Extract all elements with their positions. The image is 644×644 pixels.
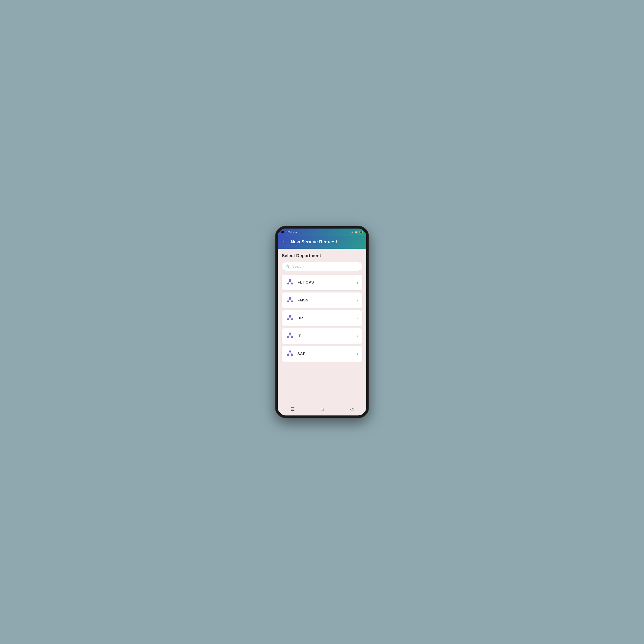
- svg-point-6: [289, 297, 291, 299]
- status-left: 10:59 ▪ ▪ ▪: [281, 231, 297, 234]
- alarm-icon: ⏰: [351, 231, 354, 233]
- chevron-icon: ›: [357, 334, 358, 339]
- svg-point-17: [287, 336, 289, 338]
- svg-point-7: [287, 301, 289, 303]
- status-right: ⏰ 📶 83: [351, 231, 363, 233]
- svg-point-16: [289, 333, 291, 335]
- phone-screen: 10:59 ▪ ▪ ▪ ⏰ 📶 83 ← New Service Request…: [278, 229, 366, 415]
- battery-indicator: 83: [359, 231, 363, 233]
- dept-item-fmss[interactable]: FMSS ›: [282, 292, 362, 308]
- svg-point-11: [289, 315, 291, 317]
- dept-icon-hr: [286, 314, 294, 323]
- page-title: New Service Request: [291, 239, 337, 244]
- svg-line-14: [288, 317, 290, 318]
- chevron-icon: ›: [357, 298, 358, 303]
- main-content: Select Department 🔍 Search: [278, 249, 366, 404]
- svg-line-9: [288, 299, 290, 301]
- dept-icon-flt-ops: [286, 278, 294, 287]
- search-input[interactable]: Search: [292, 265, 358, 269]
- phone-frame: 10:59 ▪ ▪ ▪ ⏰ 📶 83 ← New Service Request…: [275, 226, 369, 418]
- app-header: ← New Service Request: [278, 236, 366, 249]
- bottom-nav: ☰ □ ◁: [278, 404, 366, 415]
- svg-line-20: [290, 335, 292, 336]
- department-list: FLT OPS ›: [282, 275, 362, 362]
- signal-icon: 📶: [355, 231, 358, 233]
- dept-name-it: IT: [297, 334, 301, 338]
- back-nav-icon[interactable]: ◁: [350, 407, 353, 412]
- dept-icon-fmss: [286, 296, 294, 305]
- svg-line-3: [288, 281, 290, 283]
- dept-item-hr[interactable]: HR ›: [282, 310, 362, 326]
- status-bar: 10:59 ▪ ▪ ▪ ⏰ 📶 83: [278, 229, 366, 236]
- home-nav-icon[interactable]: □: [321, 407, 324, 412]
- dept-item-it[interactable]: IT ›: [282, 328, 362, 344]
- svg-line-19: [288, 335, 290, 336]
- svg-point-13: [291, 318, 293, 320]
- dept-name-hr: HR: [297, 316, 303, 320]
- dept-name-sap: SAP: [297, 352, 305, 356]
- dept-item-sap[interactable]: SAP ›: [282, 346, 362, 362]
- chevron-icon: ›: [357, 316, 358, 321]
- dept-item-flt-ops[interactable]: FLT OPS ›: [282, 275, 362, 290]
- svg-point-2: [291, 283, 293, 285]
- svg-line-15: [290, 317, 292, 318]
- svg-point-18: [291, 336, 293, 338]
- svg-point-21: [289, 350, 291, 353]
- svg-point-23: [291, 354, 293, 356]
- svg-point-22: [287, 354, 289, 356]
- svg-point-0: [289, 279, 291, 281]
- status-time: 10:59: [285, 231, 292, 234]
- dept-name-fmss: FMSS: [297, 298, 308, 303]
- svg-point-12: [287, 318, 289, 320]
- svg-line-4: [290, 281, 292, 283]
- svg-point-1: [287, 283, 289, 285]
- svg-line-25: [290, 353, 292, 354]
- back-button[interactable]: ←: [282, 239, 287, 245]
- section-heading: Select Department: [282, 253, 362, 258]
- search-icon: 🔍: [286, 264, 290, 269]
- chevron-icon: ›: [357, 280, 358, 285]
- svg-line-24: [288, 353, 290, 354]
- dept-icon-sap: [286, 349, 294, 359]
- chevron-icon: ›: [357, 352, 358, 356]
- camera-dot: [281, 231, 284, 233]
- menu-nav-icon[interactable]: ☰: [291, 407, 295, 412]
- svg-point-8: [291, 301, 293, 303]
- search-bar[interactable]: 🔍 Search: [282, 262, 362, 271]
- dept-name-flt-ops: FLT OPS: [297, 280, 314, 285]
- notification-icons: ▪ ▪ ▪: [293, 231, 297, 233]
- dept-icon-it: [286, 331, 294, 341]
- svg-line-10: [290, 299, 292, 301]
